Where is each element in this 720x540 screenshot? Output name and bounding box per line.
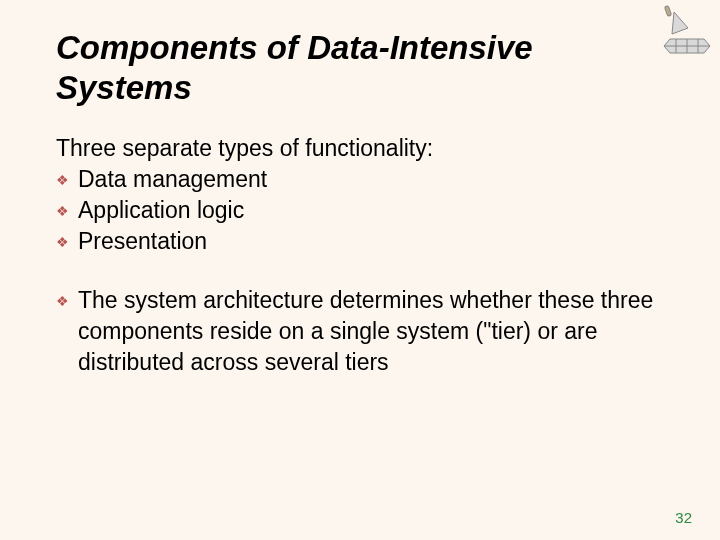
slide-content: Three separate types of functionality: ❖… bbox=[56, 133, 664, 378]
trowel-brick-icon bbox=[642, 4, 712, 59]
svg-rect-5 bbox=[664, 6, 671, 17]
diamond-bullet-icon: ❖ bbox=[56, 233, 69, 252]
bullet-text: Presentation bbox=[78, 228, 207, 254]
intro-text: Three separate types of functionality: bbox=[56, 133, 664, 164]
diamond-bullet-icon: ❖ bbox=[56, 202, 69, 221]
paragraph-text: The system architecture determines wheth… bbox=[78, 287, 653, 375]
diamond-bullet-icon: ❖ bbox=[56, 171, 69, 190]
diamond-bullet-icon: ❖ bbox=[56, 292, 69, 311]
bullet-text: Data management bbox=[78, 166, 267, 192]
paragraph-block: ❖ The system architecture determines whe… bbox=[56, 285, 664, 378]
slide-title: Components of Data-Intensive Systems bbox=[56, 20, 664, 107]
bullet-text: Application logic bbox=[78, 197, 244, 223]
list-item: ❖ Application logic bbox=[56, 195, 664, 226]
svg-marker-4 bbox=[672, 12, 688, 34]
page-number: 32 bbox=[675, 509, 692, 526]
list-item: ❖ Presentation bbox=[56, 226, 664, 257]
list-item: ❖ Data management bbox=[56, 164, 664, 195]
bullet-list-1: ❖ Data management ❖ Application logic ❖ … bbox=[56, 164, 664, 257]
